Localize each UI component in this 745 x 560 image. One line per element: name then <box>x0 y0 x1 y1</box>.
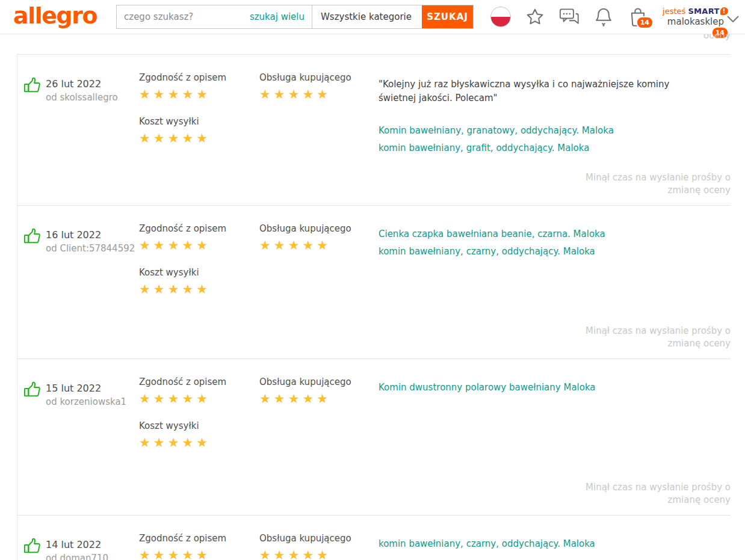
thumbs-up-icon <box>23 76 42 95</box>
star-rating: ★★★★★ <box>259 547 379 560</box>
rating-label: Koszt wysyłki <box>139 115 259 128</box>
star-rating: ★★★★★ <box>259 87 379 102</box>
reviews-list: 26 lut 2022 od skolssallegro Zgodność z … <box>17 54 731 560</box>
ratings-col-b: Obsługa kupującego★★★★★ <box>259 223 379 358</box>
review-author: od Client:57844592 <box>46 242 139 254</box>
allegro-logo[interactable]: allegro <box>13 4 97 27</box>
language-flag-button[interactable] <box>490 7 511 27</box>
ratings-col-a: Zgodność z opisem★★★★★Koszt wysyłki★★★★★ <box>139 223 259 358</box>
thumbs-up-icon <box>23 227 42 246</box>
multi-search-link[interactable]: szukaj wielu <box>250 11 304 22</box>
review-row: 14 lut 2022 od doman710 Zgodność z opise… <box>17 515 731 560</box>
cart-count-badge: 14 <box>636 16 654 29</box>
star-rating: ★★★★★ <box>259 391 379 407</box>
rating-label: Obsługa kupującego <box>259 376 379 388</box>
thumbs-up-icon <box>23 537 42 556</box>
rating-block: Zgodność z opisem★★★★★ <box>139 532 259 560</box>
review-row: 26 lut 2022 od skolssallegro Zgodność z … <box>17 55 731 206</box>
product-link[interactable]: Komin dwustronny polarowy bawełniany Mal… <box>379 382 731 393</box>
review-content-col: komin bawełniany, czarny, oddychający. M… <box>379 532 731 560</box>
account-menu[interactable]: jesteś SMART! malokasklep 14 <box>663 7 740 28</box>
rating-block: Koszt wysyłki★★★★★ <box>139 266 259 297</box>
header-icons: 14 <box>490 7 648 27</box>
product-link[interactable]: komin bawełniany, czarny, oddychający. M… <box>379 246 731 257</box>
cart-button[interactable]: 14 <box>628 7 648 27</box>
bell-icon <box>594 7 613 27</box>
star-rating: ★★★★★ <box>139 87 259 102</box>
rating-label: Zgodność z opisem <box>139 223 259 235</box>
star-rating: ★★★★★ <box>259 238 379 253</box>
rating-label: Zgodność z opisem <box>139 72 259 84</box>
username: malokasklep <box>663 16 724 28</box>
rating-label: Koszt wysyłki <box>139 266 259 278</box>
chat-icon <box>559 7 580 26</box>
review-thumb-col <box>23 532 46 560</box>
rating-label: Koszt wysyłki <box>139 420 259 432</box>
product-links: Komin bawełniany, granatowy, oddychający… <box>379 125 731 153</box>
rating-block: Obsługa kupującego★★★★★ <box>259 376 379 407</box>
review-date: 16 lut 2022 <box>46 229 139 241</box>
search-input-wrap: szukaj wielu <box>117 5 312 28</box>
account-chevron-down-icon <box>726 15 740 23</box>
review-date: 26 lut 2022 <box>46 78 139 90</box>
rating-block: Zgodność z opisem★★★★★ <box>139 223 259 253</box>
ratings-col-a: Zgodność z opisem★★★★★Koszt wysyłki★★★★★ <box>139 72 259 205</box>
rating-label: Obsługa kupującego <box>259 223 379 235</box>
review-meta-col: 26 lut 2022 od skolssallegro <box>46 72 139 205</box>
expired-note: Minął czas na wysłanie prośby o zmianę o… <box>562 171 731 197</box>
ratings-col-b: Obsługa kupującego★★★★★ <box>259 376 379 515</box>
thumbs-up-icon <box>23 381 42 399</box>
star-rating: ★★★★★ <box>139 282 259 297</box>
star-rating: ★★★★★ <box>139 391 259 407</box>
favorites-button[interactable] <box>525 7 545 27</box>
star-icon <box>525 7 545 26</box>
review-date: 15 lut 2022 <box>46 382 139 395</box>
star-rating: ★★★★★ <box>139 131 259 146</box>
messages-button[interactable] <box>559 7 580 27</box>
search-button[interactable]: SZUKAJ <box>422 5 473 28</box>
search-bar: szukaj wielu Wszystkie kategorie SZUKAJ <box>116 5 474 29</box>
product-link[interactable]: komin bawełniany, grafit, oddychający. M… <box>379 143 731 153</box>
rating-block: Zgodność z opisem★★★★★ <box>139 72 259 102</box>
rating-block: Obsługa kupującego★★★★★ <box>259 72 379 102</box>
product-link[interactable]: komin bawełniany, czarny, oddychający. M… <box>379 538 731 549</box>
rating-label: Zgodność z opisem <box>139 532 259 544</box>
product-links: Cienka czapka bawełniana beanie, czarna.… <box>379 229 731 257</box>
rating-block: Obsługa kupującego★★★★★ <box>259 532 379 560</box>
ratings-col-a: Zgodność z opisem★★★★★ <box>139 532 259 560</box>
rating-block: Koszt wysyłki★★★★★ <box>139 420 259 451</box>
rating-label: Zgodność z opisem <box>139 376 259 388</box>
category-selected-label: Wszystkie kategorie <box>321 11 412 22</box>
review-thumb-col <box>23 376 46 515</box>
clipped-note-text: oceny <box>703 34 731 41</box>
smart-label: SMART <box>688 7 719 16</box>
review-author: od skolssallegro <box>46 91 139 103</box>
star-rating: ★★★★★ <box>139 547 259 560</box>
star-rating: ★★★★★ <box>139 238 259 253</box>
expired-note: Minął czas na wysłanie prośby o zmianę o… <box>562 481 731 506</box>
notifications-button[interactable] <box>593 7 614 27</box>
rating-label: Obsługa kupującego <box>259 72 379 84</box>
product-link[interactable]: Komin bawełniany, granatowy, oddychający… <box>379 125 731 136</box>
category-dropdown[interactable]: Wszystkie kategorie <box>312 5 422 28</box>
rating-label: Obsługa kupującego <box>259 532 379 544</box>
review-date: 14 lut 2022 <box>46 538 139 551</box>
top-header: allegro szukaj wielu Wszystkie kategorie… <box>0 0 745 34</box>
poland-flag-icon <box>490 7 511 27</box>
smart-prefix: jesteś <box>663 7 685 16</box>
smart-status: jesteś SMART! <box>663 7 724 16</box>
review-row: 15 lut 2022 od korzeniowska1 Zgodność z … <box>17 359 731 515</box>
review-author: od doman710 <box>46 552 139 560</box>
review-author: od korzeniowska1 <box>46 396 139 408</box>
clipped-previous-row: oceny <box>17 34 731 54</box>
star-rating: ★★★★★ <box>139 435 259 451</box>
review-thumb-col <box>23 72 46 205</box>
product-links: komin bawełniany, czarny, oddychający. M… <box>379 538 731 549</box>
review-meta-col: 14 lut 2022 od doman710 <box>46 532 139 560</box>
review-meta-col: 16 lut 2022 od Client:57844592 <box>46 223 139 358</box>
search-input[interactable] <box>124 11 250 22</box>
smart-icon: ! <box>720 7 728 15</box>
ratings-col-a: Zgodność z opisem★★★★★Koszt wysyłki★★★★★ <box>139 376 259 515</box>
product-link[interactable]: Cienka czapka bawełniana beanie, czarna.… <box>379 229 731 239</box>
review-comment: "Kolejny już raz błyskawiczna wysyłka i … <box>379 78 706 105</box>
